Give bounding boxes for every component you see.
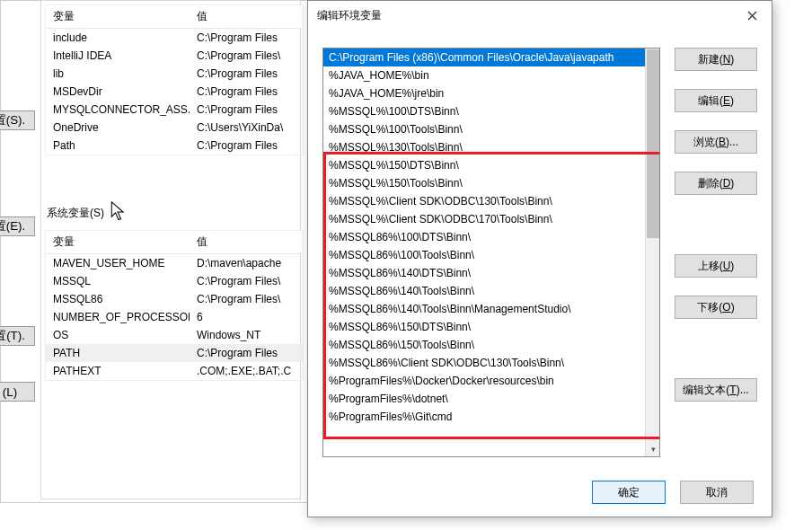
cell-value: C:\Program Files [190,344,303,362]
list-item[interactable]: %ProgramFiles%\dotnet\ [323,390,649,408]
cell-variable: PATHEXT [46,362,190,380]
list-item[interactable]: %MSSQL%\100\DTS\Binn\ [323,102,649,120]
cell-variable: MSSQL86 [46,290,190,308]
cell-variable: OS [46,326,190,344]
move-up-button[interactable]: 上移(U) [675,254,757,278]
table-row[interactable]: PATHEXT.COM;.EXE;.BAT;.C [46,362,303,380]
list-item[interactable]: %ProgramFiles%\Docker\Docker\resources\b… [323,372,649,390]
cell-variable: MSSQL [46,272,190,290]
env-vars-panel: 变量 值 includeC:\Program FilesIntelliJ IDE… [40,0,301,499]
new-button[interactable]: 新建(N) [675,48,757,71]
cell-variable: MSDevDir [46,83,190,101]
cell-value: C:\Program Files [190,29,303,47]
cell-value: C:\Users\YiXinDa\ [190,119,303,137]
list-item[interactable]: C:\Program Files (x86)\Common Files\Orac… [323,49,649,66]
cell-value: C:\Program Files [190,137,303,155]
table-row[interactable]: MYSQLCONNECTOR_ASS...C:\Program Files [46,101,303,119]
cell-value: C:\Program Files [190,65,303,83]
list-item[interactable]: %JAVA_HOME%\bin [323,66,649,84]
col-value[interactable]: 值 [190,5,303,28]
dialog-title: 编辑环境变量 [317,8,382,23]
table-row[interactable]: PathC:\Program Files [46,137,303,155]
table-row[interactable]: PATHC:\Program Files [46,344,303,362]
list-item[interactable]: %MSSQL86%\140\Tools\Binn\ManagementStudi… [323,300,649,318]
table-row[interactable]: OSWindows_NT [46,326,303,344]
delete-button[interactable]: 删除(D) [675,172,757,195]
list-item[interactable]: %MSSQL%\150\DTS\Binn\ [323,156,649,174]
list-item[interactable]: %ProgramFiles%\Git\cmd [323,408,649,426]
list-item[interactable]: %MSSQL%\100\Tools\Binn\ [323,120,649,138]
cell-variable: PATH [46,344,190,362]
edit-button[interactable]: 编辑(E) [675,89,757,112]
cell-value: C:\Program Files [190,101,303,119]
list-item[interactable]: %MSSQL86%\140\DTS\Binn\ [323,264,649,282]
cell-value: C:\Program Files\ [190,272,303,290]
list-item[interactable]: %MSSQL86%\Client SDK\ODBC\130\Tools\Binn… [323,354,649,372]
table-row[interactable]: libC:\Program Files [46,65,303,83]
list-item[interactable]: %MSSQL86%\140\Tools\Binn\ [323,282,649,300]
ok-button[interactable]: 确定 [592,481,666,504]
close-icon[interactable] [741,4,763,26]
cell-variable: NUMBER_OF_PROCESSORS [46,308,190,326]
table-row[interactable]: IntelliJ IDEAC:\Program Files\ [46,47,303,65]
cell-variable: Path [46,137,190,155]
system-vars-table[interactable]: 变量 值 MAVEN_USER_HOMED:\maven\apacheMSSQL… [45,230,304,381]
user-vars-table[interactable]: 变量 值 includeC:\Program FilesIntelliJ IDE… [45,4,304,155]
col-variable[interactable]: 变量 [46,231,190,253]
cell-value: D:\maven\apache [190,254,303,272]
table-row[interactable]: NUMBER_OF_PROCESSORS6 [46,308,303,326]
cell-value: .COM;.EXE;.BAT;.C [190,362,303,380]
list-item[interactable]: %MSSQL%\130\Tools\Binn\ [323,138,649,156]
table-row[interactable]: MSSQL86C:\Program Files\ [46,290,303,308]
path-listbox[interactable]: C:\Program Files (x86)\Common Files\Orac… [322,48,660,457]
table-row[interactable]: MSSQLC:\Program Files\ [46,272,303,290]
list-item[interactable]: %MSSQL%\150\Tools\Binn\ [323,174,649,192]
list-item[interactable]: %MSSQL%\Client SDK\ODBC\170\Tools\Binn\ [323,210,649,228]
scrollbar[interactable]: ▾ [645,49,659,456]
cell-value: Windows_NT [190,326,303,344]
cell-variable: OneDrive [46,119,190,137]
bg-button-l[interactable]: (L) [0,382,35,402]
chevron-down-icon[interactable]: ▾ [646,442,660,456]
edit-text-button[interactable]: 编辑文本(T)... [675,378,757,402]
list-item[interactable]: %MSSQL86%\150\Tools\Binn\ [323,336,649,354]
cell-variable: MAVEN_USER_HOME [46,254,190,272]
dialog-titlebar[interactable]: 编辑环境变量 [308,1,772,30]
cell-variable: lib [46,65,190,83]
cell-value: C:\Program Files [190,83,303,101]
cell-value: 6 [190,308,303,326]
cell-variable: IntelliJ IDEA [46,47,190,65]
browse-button[interactable]: 浏览(B)... [675,130,757,154]
edit-env-var-dialog: 编辑环境变量 C:\Program Files (x86)\Common Fil… [307,0,772,517]
cancel-button[interactable]: 取消 [680,481,754,504]
table-row[interactable]: MSDevDirC:\Program Files [46,83,303,101]
move-down-button[interactable]: 下移(O) [675,296,757,319]
col-value[interactable]: 值 [190,231,303,253]
list-item[interactable]: %MSSQL86%\100\DTS\Binn\ [323,228,649,246]
table-row[interactable]: MAVEN_USER_HOMED:\maven\apache [46,254,303,272]
cell-variable: MYSQLCONNECTOR_ASS... [46,101,190,119]
cell-variable: include [46,29,190,47]
bg-button-s[interactable]: 置(S). [0,110,35,130]
bg-button-t[interactable]: 置(T). [0,326,35,346]
table-row[interactable]: OneDriveC:\Users\YiXinDa\ [46,119,303,137]
cell-value: C:\Program Files\ [190,290,303,308]
list-item[interactable]: %MSSQL86%\150\DTS\Binn\ [323,318,649,336]
scrollbar-thumb[interactable] [647,49,659,238]
cell-value: C:\Program Files\ [190,47,303,65]
list-item[interactable]: %JAVA_HOME%\jre\bin [323,84,649,102]
table-row[interactable]: includeC:\Program Files [46,29,303,47]
col-variable[interactable]: 变量 [46,5,190,28]
system-vars-label: 系统变量(S) [40,200,298,226]
list-item[interactable]: %MSSQL86%\100\Tools\Binn\ [323,246,649,264]
list-item[interactable]: %MSSQL%\Client SDK\ODBC\130\Tools\Binn\ [323,192,649,210]
bg-button-e[interactable]: 置(E). [0,216,35,236]
